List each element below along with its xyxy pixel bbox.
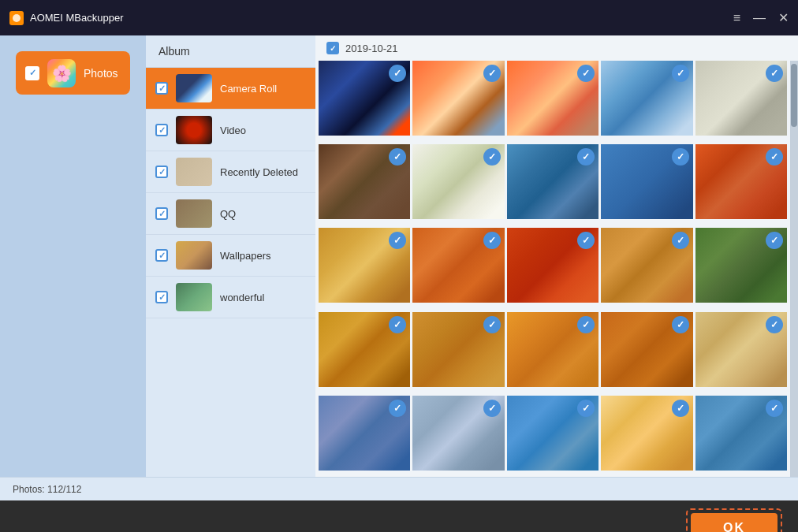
app-icon bbox=[9, 11, 24, 25]
photo-cell[interactable]: ✓ bbox=[507, 144, 598, 219]
photo-check-icon: ✓ bbox=[483, 148, 501, 166]
photo-check-icon: ✓ bbox=[389, 316, 406, 333]
bottom-bar: OK bbox=[0, 500, 798, 532]
title-bar-left: AOMEI MBackupper bbox=[9, 11, 124, 25]
photo-cell[interactable]: ✓ bbox=[507, 228, 598, 303]
photos-label: Photos bbox=[84, 67, 118, 80]
sidebar-item-photos[interactable]: ✓ 🌸 Photos bbox=[16, 51, 130, 95]
photo-check-icon: ✓ bbox=[766, 316, 783, 333]
album-checkbox-wallpapers[interactable] bbox=[155, 249, 168, 262]
date-header: 2019-10-21 bbox=[315, 35, 798, 61]
photo-check-icon: ✓ bbox=[577, 316, 595, 333]
photo-cell[interactable]: ✓ bbox=[507, 312, 598, 387]
photo-cell[interactable]: ✓ bbox=[319, 144, 410, 219]
album-name-wonderful: wonderful bbox=[220, 292, 264, 303]
album-item-video[interactable]: Video bbox=[146, 110, 315, 151]
photo-check-icon: ✓ bbox=[766, 65, 783, 82]
photo-cell[interactable]: ✓ bbox=[319, 228, 410, 303]
album-panel: Album Camera Roll Video Recently Deleted bbox=[146, 35, 315, 477]
list-icon[interactable]: ≡ bbox=[733, 12, 740, 24]
album-name-recently-deleted: Recently Deleted bbox=[220, 166, 298, 178]
album-name-qq: QQ bbox=[220, 208, 236, 220]
album-item-recently-deleted[interactable]: Recently Deleted bbox=[146, 151, 315, 193]
photo-cell[interactable]: ✓ bbox=[601, 228, 692, 303]
photo-check-icon: ✓ bbox=[672, 400, 689, 417]
svg-point-0 bbox=[13, 14, 21, 22]
sidebar: ✓ 🌸 Photos bbox=[0, 35, 146, 477]
minimize-button[interactable]: — bbox=[753, 12, 766, 24]
date-label: 2019-10-21 bbox=[345, 43, 398, 54]
photo-check-icon: ✓ bbox=[483, 400, 501, 417]
album-list: Camera Roll Video Recently Deleted QQ bbox=[146, 68, 315, 477]
app-title: AOMEI MBackupper bbox=[30, 12, 124, 24]
album-thumb-recently-deleted bbox=[176, 158, 212, 186]
close-button[interactable]: ✕ bbox=[778, 12, 789, 24]
album-item-camera-roll[interactable]: Camera Roll bbox=[146, 68, 315, 110]
photos-app-icon: 🌸 bbox=[47, 59, 76, 87]
photo-check-icon: ✓ bbox=[672, 316, 689, 333]
photo-cell[interactable]: ✓ bbox=[695, 312, 787, 387]
title-bar: AOMEI MBackupper ≡ — ✕ bbox=[0, 0, 798, 35]
photo-cell[interactable]: ✓ bbox=[319, 312, 410, 387]
photo-grid-panel: 2019-10-21 ✓ ✓ ✓ ✓ ✓ ✓ ✓ ✓ ✓ ✓ ✓ ✓ ✓ ✓ ✓… bbox=[315, 35, 798, 477]
photo-cell[interactable]: ✓ bbox=[412, 396, 504, 471]
album-thumb-qq bbox=[176, 199, 212, 228]
photo-cell[interactable]: ✓ bbox=[412, 228, 504, 303]
photo-cell[interactable]: ✓ bbox=[601, 312, 692, 387]
photo-cell[interactable]: ✓ bbox=[695, 228, 787, 303]
photo-cell[interactable]: ✓ bbox=[695, 396, 787, 471]
ok-button[interactable]: OK bbox=[691, 513, 777, 532]
album-thumb-camera-roll bbox=[176, 74, 212, 102]
photo-check-icon: ✓ bbox=[577, 400, 595, 417]
photo-check-icon: ✓ bbox=[672, 232, 689, 249]
photo-check-icon: ✓ bbox=[672, 65, 689, 82]
photo-cell[interactable]: ✓ bbox=[412, 61, 504, 136]
photo-grid: ✓ ✓ ✓ ✓ ✓ ✓ ✓ ✓ ✓ ✓ ✓ ✓ ✓ ✓ ✓ ✓ ✓ ✓ ✓ ✓ bbox=[315, 61, 790, 477]
album-thumb-wonderful bbox=[176, 283, 212, 311]
photo-cell[interactable]: ✓ bbox=[412, 144, 504, 219]
photo-cell[interactable]: ✓ bbox=[601, 61, 692, 136]
photo-cell[interactable]: ✓ bbox=[695, 61, 787, 136]
album-thumb-wallpapers bbox=[176, 241, 212, 270]
photo-cell[interactable]: ✓ bbox=[507, 396, 598, 471]
date-checkbox[interactable] bbox=[326, 42, 339, 54]
photo-check-icon: ✓ bbox=[483, 65, 501, 82]
photo-cell[interactable]: ✓ bbox=[601, 396, 692, 471]
album-checkbox-recently-deleted[interactable] bbox=[155, 166, 168, 178]
photo-cell[interactable]: ✓ bbox=[695, 144, 787, 219]
album-header: Album bbox=[146, 35, 315, 68]
photo-cell[interactable]: ✓ bbox=[319, 61, 410, 136]
album-checkbox-video[interactable] bbox=[155, 124, 168, 136]
photo-check-icon: ✓ bbox=[483, 316, 501, 333]
album-name-video: Video bbox=[220, 125, 246, 136]
status-label: Photos: 112/112 bbox=[13, 484, 81, 495]
photo-cell[interactable]: ✓ bbox=[507, 61, 598, 136]
photos-checkbox[interactable]: ✓ bbox=[25, 66, 39, 80]
photo-check-icon: ✓ bbox=[672, 148, 689, 166]
album-item-qq[interactable]: QQ bbox=[146, 193, 315, 235]
album-checkbox-wonderful[interactable] bbox=[155, 291, 168, 303]
album-checkbox-camera-roll[interactable] bbox=[155, 82, 168, 95]
photo-cell[interactable]: ✓ bbox=[412, 312, 504, 387]
photo-cell[interactable]: ✓ bbox=[319, 396, 410, 471]
album-thumb-video bbox=[176, 116, 212, 144]
photo-cell[interactable]: ✓ bbox=[601, 144, 692, 219]
scrollbar-thumb[interactable] bbox=[791, 64, 797, 127]
main-container: ✓ 🌸 Photos Album Camera Roll Video bbox=[0, 35, 798, 477]
photo-check-icon: ✓ bbox=[766, 400, 783, 417]
scrollbar[interactable] bbox=[790, 61, 798, 477]
album-name-wallpapers: Wallpapers bbox=[220, 250, 271, 262]
album-item-wallpapers[interactable]: Wallpapers bbox=[146, 235, 315, 277]
ok-button-wrapper: OK bbox=[686, 508, 782, 532]
album-item-wonderful[interactable]: wonderful bbox=[146, 277, 315, 318]
album-checkbox-qq[interactable] bbox=[155, 207, 168, 220]
status-bar: Photos: 112/112 bbox=[0, 477, 798, 500]
title-bar-controls: ≡ — ✕ bbox=[733, 12, 789, 24]
album-name-camera-roll: Camera Roll bbox=[220, 83, 277, 95]
